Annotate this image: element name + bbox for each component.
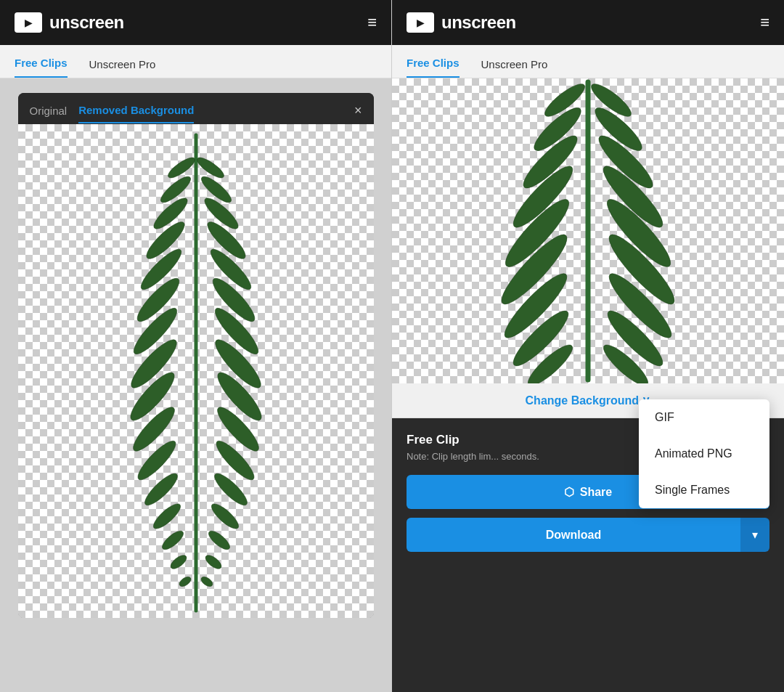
svg-point-3 [157,173,193,206]
left-tab-free-clips[interactable]: Free Clips [15,49,68,78]
right-tab-free-clips[interactable]: Free Clips [407,49,460,78]
right-fern-container [392,78,784,383]
right-logo-icon [407,12,434,33]
modal-close-button[interactable]: × [354,103,362,124]
svg-point-28 [205,528,232,553]
download-button-row: Download ▾ GIF Animated PNG Single Frame… [407,518,769,552]
left-image-area [18,124,374,618]
modal-header: Original Removed Background × [18,93,374,124]
left-logo-icon [15,12,42,33]
left-hamburger-icon[interactable]: ≡ [367,15,377,30]
svg-point-2 [194,155,226,182]
svg-point-1 [165,155,197,182]
right-hamburger-icon[interactable]: ≡ [760,15,769,30]
download-dropdown-menu: GIF Animated PNG Single Frames [639,399,769,508]
right-nav-tabs: Free Clips Unscreen Pro [392,45,784,78]
modal-card: Original Removed Background × [18,93,374,618]
right-fern-svg [479,78,697,383]
svg-point-31 [177,575,192,589]
modal-tab-removed-bg[interactable]: Removed Background [78,104,194,123]
left-header: unscreen ≡ [0,0,391,45]
download-button[interactable]: Download [407,518,740,552]
svg-point-30 [203,553,224,571]
left-tab-unscreen-pro[interactable]: Unscreen Pro [89,51,156,78]
right-logo: unscreen [407,12,516,33]
svg-point-32 [199,575,213,589]
download-section: Free Clip Note: Clip length lim... secon… [392,418,784,692]
svg-point-25 [150,500,183,532]
fern-svg [123,128,269,614]
share-label: Share [580,486,612,499]
svg-point-29 [168,553,189,571]
dropdown-item-gif[interactable]: GIF [639,399,769,436]
right-tab-unscreen-pro[interactable]: Unscreen Pro [481,51,548,78]
left-panel: unscreen ≡ Free Clips Unscreen Pro Origi… [0,0,392,692]
change-background-button[interactable]: Change Background ∨ [526,394,651,407]
modal-tab-original[interactable]: Original [30,105,68,123]
dropdown-item-single-frames[interactable]: Single Frames [639,472,769,508]
left-nav-tabs: Free Clips Unscreen Pro [0,45,391,78]
share-icon: ⬡ [564,485,574,499]
svg-point-4 [197,173,234,206]
right-logo-text: unscreen [441,12,516,33]
svg-point-26 [208,500,241,532]
left-content-area: Original Removed Background × [0,78,391,692]
right-panel: unscreen ≡ Free Clips Unscreen Pro [392,0,784,692]
left-logo: unscreen [15,12,124,33]
download-arrow-button[interactable]: ▾ [740,518,769,552]
dropdown-arrow-icon: ▾ [752,529,758,541]
modal-tabs: Original Removed Background [30,104,195,123]
dropdown-item-animated-png[interactable]: Animated PNG [639,436,769,472]
svg-point-27 [159,528,186,553]
right-header: unscreen ≡ [392,0,784,45]
fern-image-container [18,124,374,618]
right-image-preview [392,78,784,383]
left-logo-text: unscreen [49,12,124,33]
